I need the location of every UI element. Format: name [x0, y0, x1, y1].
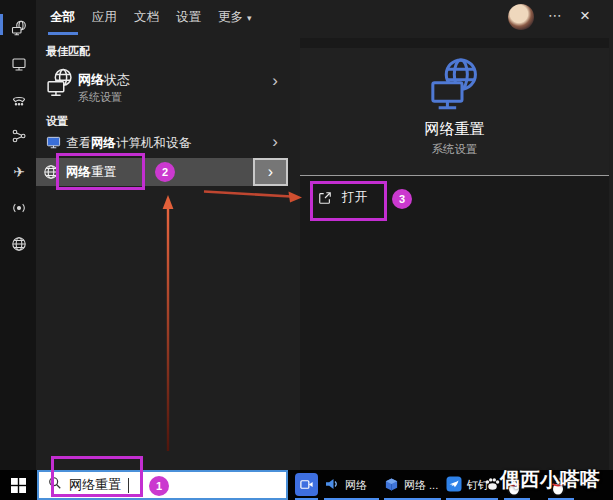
screen: ✈ 全部 应用 文档 设置 更多▾ ⋯ × [0, 0, 613, 500]
close-icon[interactable]: × [580, 6, 590, 26]
taskbar-video-app-icon[interactable] [295, 473, 318, 496]
network-status-icon[interactable] [11, 20, 27, 36]
paw-app-icon[interactable] [484, 475, 501, 492]
cube-icon [384, 477, 399, 494]
tab-all[interactable]: 全部 [50, 9, 75, 26]
step-badge-2: 2 [155, 162, 175, 182]
best-match-header: 最佳匹配 [46, 44, 90, 59]
windows-logo-icon [11, 478, 26, 493]
airplane-mode-icon[interactable]: ✈ [11, 164, 27, 180]
dialup-icon[interactable] [11, 92, 27, 108]
search-tabs-bar: 全部 应用 文档 设置 更多▾ ⋯ × [36, 0, 613, 38]
network-reset-icon [427, 57, 483, 113]
chevron-right-icon: › [268, 163, 273, 180]
chevron-right-icon[interactable]: › [272, 133, 278, 150]
tab-more-label: 更多 [218, 10, 243, 24]
network-devices-icon [46, 135, 61, 150]
start-button[interactable] [6, 474, 30, 496]
search-results-panel: 最佳匹配 网络状态 系统设置 › 设置 [36, 38, 290, 470]
proxy-icon[interactable] [11, 236, 27, 252]
annotation-box-step2 [56, 153, 145, 190]
dingtalk-icon [446, 476, 462, 494]
active-item-accent-bar [0, 14, 3, 35]
settings-header: 设置 [46, 114, 68, 129]
result-title-match: 网络 [78, 72, 104, 87]
preview-hero: 网络重置 系统设置 [300, 48, 609, 176]
search-flyout: 全部 应用 文档 设置 更多▾ ⋯ × 最佳匹配 [36, 0, 613, 470]
step-badge-1: 1 [149, 476, 169, 496]
result-title-rest: 状态 [104, 72, 130, 87]
taskbar-app-dingtalk[interactable]: 钉钉 [446, 472, 489, 498]
vpn-icon[interactable] [11, 128, 27, 144]
watermark: 偶西小嗒嗒 [500, 466, 600, 493]
preview-title: 网络重置 [425, 120, 485, 139]
annotation-box-step1 [51, 456, 143, 497]
annotation-box-step3 [310, 181, 387, 221]
result-subtitle: 系统设置 [78, 90, 122, 105]
taskbar-app-network-folder[interactable]: 网络 ... [384, 472, 438, 498]
step-badge-3: 3 [392, 189, 412, 209]
ethernet-icon[interactable] [11, 56, 27, 72]
preview-subtitle: 系统设置 [432, 142, 478, 157]
tab-more[interactable]: 更多▾ [218, 9, 252, 26]
label-match: 网络 [91, 136, 116, 150]
expand-result-button[interactable]: › [253, 158, 288, 186]
label-prefix: 查看 [66, 136, 91, 150]
settings-sidebar: ✈ [0, 0, 36, 470]
taskbar-app-label: 网络 [345, 478, 367, 493]
taskbar-app-label: 网络 ... [404, 478, 438, 493]
tab-apps[interactable]: 应用 [92, 9, 117, 26]
options-icon[interactable]: ⋯ [548, 7, 562, 23]
active-tab-underline [48, 32, 78, 35]
user-avatar[interactable] [508, 4, 534, 30]
result-title: 网络状态 [78, 71, 130, 89]
mobile-hotspot-icon[interactable] [11, 200, 27, 216]
speaker-icon [324, 476, 340, 494]
label-rest: 计算机和设备 [116, 136, 191, 150]
preview-panel: 网络重置 系统设置 打开 [300, 38, 609, 470]
result-network-status[interactable]: 网络状态 系统设置 › [36, 60, 290, 108]
tab-documents[interactable]: 文档 [134, 9, 159, 26]
result-label: 查看网络计算机和设备 [66, 135, 191, 152]
tab-settings[interactable]: 设置 [176, 9, 201, 26]
taskbar-app-network[interactable]: 网络 [324, 472, 367, 498]
chevron-down-icon: ▾ [247, 13, 252, 23]
chevron-right-icon[interactable]: › [272, 72, 278, 89]
network-globe-monitor-icon [45, 68, 75, 98]
